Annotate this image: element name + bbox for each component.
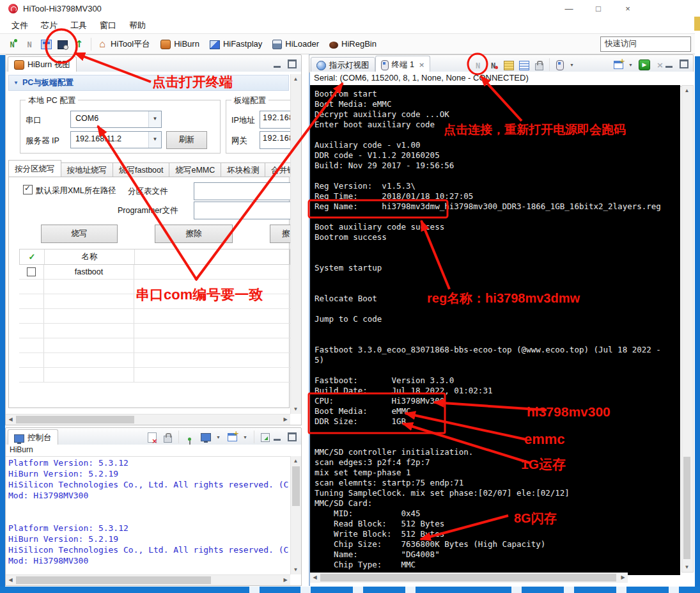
horizontal-scrollbar[interactable]: ◀ ▶	[6, 414, 290, 425]
app-launcher-button[interactable]: ⌂ HiTool平台	[97, 38, 150, 50]
app-launcher-button[interactable]: HiFastplay	[210, 39, 262, 49]
scroll-right-icon[interactable]: ▶	[281, 415, 290, 424]
scroll-right-icon[interactable]: ▶	[281, 575, 290, 585]
scrollbar-thumb[interactable]	[16, 416, 134, 423]
close-tab-icon[interactable]: ×	[419, 61, 424, 68]
display-selected-console-icon[interactable]	[201, 433, 211, 441]
collapse-arrow-icon[interactable]: ▼	[13, 80, 19, 86]
partition-row[interactable]: fastboot	[19, 265, 290, 280]
app-launcher-button[interactable]: HiRegBin	[329, 39, 377, 49]
scroll-left-icon[interactable]: ◀	[6, 415, 15, 424]
burn-button[interactable]: 烧写	[41, 225, 118, 243]
name-column-header[interactable]: 名称	[45, 249, 135, 264]
lock-terminal-icon[interactable]	[535, 63, 543, 70]
chevron-down-icon[interactable]: ▼	[243, 432, 249, 443]
menu-item[interactable]: 帮助	[129, 20, 146, 31]
scroll-down-icon[interactable]: ▼	[682, 562, 692, 572]
menu-item[interactable]: 工具	[70, 20, 87, 31]
scroll-lock-icon[interactable]	[504, 61, 514, 70]
indicator-light-view-tab[interactable]: 指示灯视图	[311, 57, 375, 73]
terminal-settings-icon[interactable]	[556, 60, 564, 70]
vertical-scrollbar[interactable]: ▲ ▼	[290, 74, 301, 414]
close-button[interactable]: ×	[613, 0, 642, 17]
horizontal-scrollbar[interactable]: ◀ ▶	[310, 573, 628, 583]
maximize-button[interactable]: □	[584, 0, 613, 17]
maximize-view-icon[interactable]	[288, 59, 297, 68]
open-console-icon[interactable]	[228, 433, 237, 441]
annotation-ddr: 1G运存	[521, 455, 566, 473]
titlebar: HiTool-Hi3798MV300 — □ ×	[0, 0, 695, 17]
vertical-scrollbar[interactable]: ▲ ▼	[290, 456, 301, 574]
serial-port-select[interactable]: COM6 ▼	[70, 111, 162, 128]
disconnect-icon[interactable]: N	[24, 38, 35, 50]
menu-item[interactable]: 芯片	[41, 20, 58, 31]
upload-icon[interactable]: ↑	[74, 38, 85, 50]
select-all-check-icon[interactable]: ✓	[29, 252, 36, 262]
partition-file-input[interactable]	[194, 182, 295, 200]
clear-console-icon[interactable]	[148, 432, 157, 443]
chevron-down-icon[interactable]: ▼	[216, 432, 222, 443]
burn-mode-tab[interactable]: 坏块检测	[221, 162, 265, 177]
word-wrap-icon[interactable]	[519, 61, 529, 70]
scrollbar-thumb[interactable]	[320, 574, 616, 581]
chevron-down-icon[interactable]: ▼	[570, 59, 575, 70]
chevron-down-icon[interactable]: ▼	[148, 111, 161, 127]
disconnect-icon[interactable]: N	[488, 59, 499, 70]
chevron-down-icon[interactable]: ▼	[628, 59, 634, 70]
scrollbar-thumb[interactable]	[683, 457, 690, 559]
pc-board-config-section[interactable]: ▼ PC与板端配置	[8, 75, 289, 91]
menu-item[interactable]: 文件	[12, 20, 28, 31]
scroll-left-icon[interactable]: ◀	[6, 575, 15, 585]
scroll-down-icon[interactable]: ▼	[291, 565, 300, 574]
connect-icon[interactable]: N	[472, 59, 483, 70]
open-terminal-icon[interactable]	[58, 40, 68, 49]
scroll-down-icon[interactable]: ▼	[291, 404, 300, 414]
scroll-lock-icon[interactable]	[164, 436, 172, 443]
minimize-button[interactable]: —	[554, 0, 584, 17]
terminal-tab[interactable]: 终端 1 ×	[375, 56, 431, 73]
scroll-up-icon[interactable]: ▲	[291, 74, 300, 84]
terminal-line	[315, 273, 680, 283]
burn-mode-tab[interactable]: 烧写fastboot	[113, 162, 169, 177]
scroll-left-icon[interactable]: ◀	[310, 573, 320, 582]
burn-mode-tab[interactable]: 按地址烧写	[61, 162, 114, 177]
terminal-tab-label: 终端 1	[392, 58, 414, 72]
hiburn-view-tab[interactable]: HiBurn 视图	[8, 56, 77, 73]
scrollbar-thumb[interactable]	[292, 466, 300, 506]
app-launcher-button[interactable]: HiLoader	[272, 39, 319, 49]
app-launcher-button[interactable]: HiBurn	[160, 38, 199, 49]
programmer-file-input[interactable]	[194, 202, 295, 219]
menu-item[interactable]: 窗口	[100, 20, 116, 31]
scroll-up-icon[interactable]: ▲	[682, 86, 692, 95]
export-log-icon[interactable]	[261, 433, 270, 442]
maximize-view-icon[interactable]	[680, 59, 688, 68]
refresh-button[interactable]: 刷新	[166, 131, 207, 149]
server-ip-label: 服务器 IP	[26, 136, 59, 146]
minimize-view-icon[interactable]	[274, 434, 281, 441]
connect-icon[interactable]: N	[6, 38, 18, 50]
row-checkbox[interactable]	[27, 267, 36, 276]
server-ip-select[interactable]: 192.168.11.2 ▼	[70, 131, 162, 148]
remove-terminal-icon[interactable]: ×	[655, 59, 665, 70]
new-terminal-icon[interactable]	[614, 61, 623, 69]
maximize-view-icon[interactable]	[288, 432, 297, 441]
erase-button[interactable]: 擦除	[155, 225, 233, 243]
quick-access-input[interactable]: 快速访问	[600, 36, 691, 52]
burn-mode-tab[interactable]: 按分区烧写	[8, 160, 61, 177]
hiburn-view-body: ▼ PC与板端配置 本地 PC 配置 串口 COM6 ▼ 服务器 IP 192.…	[5, 72, 302, 425]
burn-mode-tab[interactable]: 烧写eMMC	[169, 162, 221, 177]
scrollbar-thumb[interactable]	[16, 576, 211, 584]
xml-path-checkbox[interactable]	[23, 185, 33, 194]
vertical-scrollbar[interactable]: ▲ ▼	[681, 85, 694, 573]
annotation-reg-name: reg名称：hi3798mv3dmw	[427, 290, 580, 307]
minimize-view-icon[interactable]	[274, 61, 281, 68]
scroll-right-icon[interactable]: ▶	[618, 573, 628, 582]
scroll-up-icon[interactable]: ▲	[291, 456, 300, 466]
board-config-icon[interactable]	[41, 40, 52, 49]
pin-console-icon[interactable]	[188, 438, 191, 441]
horizontal-scrollbar[interactable]: ◀ ▶	[6, 574, 290, 585]
console-tab[interactable]: 控制台	[8, 429, 58, 446]
chevron-down-icon[interactable]: ▼	[148, 132, 161, 148]
run-icon[interactable]: ▶	[639, 59, 650, 70]
minimize-view-icon[interactable]	[665, 61, 673, 68]
